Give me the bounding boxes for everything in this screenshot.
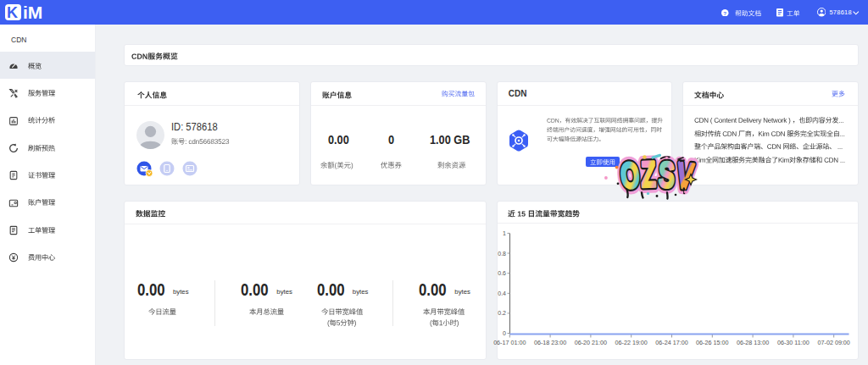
svg-text:0.6: 0.6 — [498, 270, 506, 276]
svg-text:06-30 11:00: 06-30 11:00 — [777, 339, 810, 346]
svg-text:?: ? — [723, 9, 726, 15]
svg-text:06-26 15:00: 06-26 15:00 — [696, 339, 728, 346]
svg-text:06-18 23:00: 06-18 23:00 — [534, 339, 566, 346]
svg-text:06-17 01:00: 06-17 01:00 — [493, 339, 526, 346]
svg-text:0.4: 0.4 — [498, 290, 506, 296]
svg-text:0: 0 — [503, 330, 506, 336]
svg-text:06-28 13:00: 06-28 13:00 — [737, 339, 769, 346]
svg-text:0.8: 0.8 — [498, 251, 506, 257]
svg-text:07-02 09:00: 07-02 09:00 — [818, 339, 850, 346]
svg-text:0.2: 0.2 — [498, 310, 506, 316]
svg-text:1: 1 — [503, 230, 506, 236]
svg-text:O: O — [619, 155, 642, 196]
svg-text:S: S — [658, 155, 675, 196]
svg-text:06-24 17:00: 06-24 17:00 — [655, 339, 687, 346]
svg-text:06-22 19:00: 06-22 19:00 — [615, 339, 648, 346]
svg-text:06-20 21:00: 06-20 21:00 — [575, 339, 607, 346]
svg-text:Z: Z — [641, 154, 657, 195]
